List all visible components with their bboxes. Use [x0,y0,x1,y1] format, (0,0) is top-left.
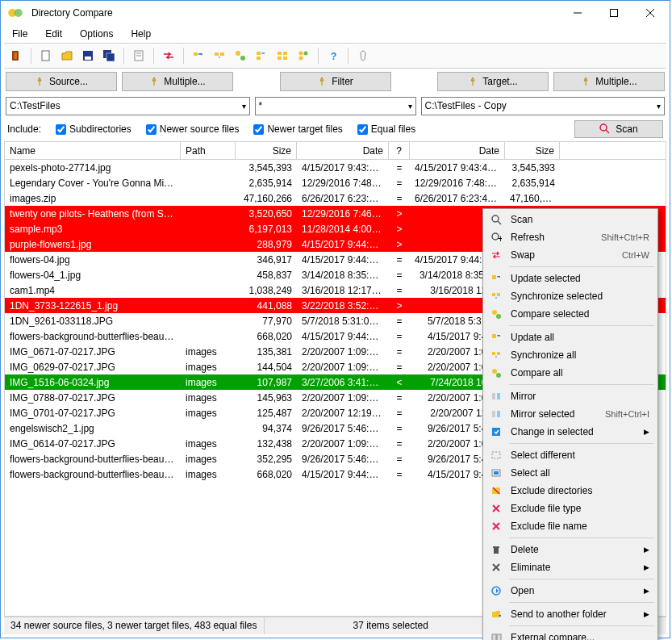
upd-icon [488,329,504,345]
col-path[interactable]: Path [181,142,236,159]
tb-syncall-icon[interactable] [273,47,291,65]
ctx-exclude-file-type[interactable]: Exclude file type [485,500,656,517]
svg-point-19 [304,52,308,56]
source-button[interactable]: Source... [6,72,117,91]
ctx-delete[interactable]: Delete▶ [485,541,656,558]
tb-about-icon[interactable] [354,47,372,65]
menu-edit[interactable]: Edit [37,27,70,41]
subdirectories-checkbox[interactable]: Subdirectories [56,123,131,135]
target-path-combo[interactable]: C:\TestFiles - Copy▾ [421,97,666,115]
tb-new-icon[interactable] [37,47,55,65]
tb-exit-icon[interactable] [7,47,25,65]
ctx-swap[interactable]: SwapCtrl+W [485,246,656,264]
ctx-change-in-selected[interactable]: Change in selected▶ [485,423,656,441]
ctx-send-to-another-folder[interactable]: Send to another folder▶ [485,605,656,623]
ctx-update-selected[interactable]: Update selected [485,270,656,287]
newer-source-checkbox[interactable]: Newer source files [146,123,240,135]
exdir-icon [488,483,504,499]
tb-help-icon[interactable]: ? [324,47,342,65]
ctx-select-different[interactable]: Select different [485,446,656,464]
newer-target-checkbox[interactable]: Newer target files [253,123,342,135]
sync-icon [488,347,504,363]
ctx-mirror[interactable]: Mirror [485,387,656,405]
menu-separator [509,384,654,385]
ctx-label: Update all [511,332,653,343]
target-multiple-button[interactable]: Multiple... [553,72,665,91]
context-menu[interactable]: Scan+RefreshShift+Ctrl+RSwapCtrl+WUpdate… [482,208,658,640]
tb-save-icon[interactable] [79,47,97,65]
tb-updall-icon[interactable] [253,47,270,65]
svg-point-18 [299,52,303,56]
ctx-update-all[interactable]: Update all [485,328,656,346]
maximize-button[interactable] [595,1,632,25]
target-button[interactable]: Target... [437,72,549,91]
col-date2[interactable]: Date [410,142,505,159]
tb-properties-icon[interactable] [130,47,148,65]
ctx-refresh[interactable]: +RefreshShift+Ctrl+R [485,228,656,246]
menu-help[interactable]: Help [123,27,159,41]
mirror-icon [488,388,504,404]
menu-file[interactable]: File [4,27,35,41]
ctx-synchronize-selected[interactable]: Synchronize selected [485,287,656,305]
source-button-label: Source... [49,76,88,87]
menu-options[interactable]: Options [72,27,121,41]
tb-cmpsel-icon[interactable] [232,47,249,65]
tb-open-icon[interactable] [58,47,76,65]
ctx-label: External compare... [511,632,653,640]
svg-rect-28 [492,275,496,279]
col-size[interactable]: Size [236,142,297,159]
scan-label: Scan [616,123,637,135]
ctx-select-all[interactable]: Select all [485,464,656,482]
table-row[interactable]: pexels-photo-27714.jpg3,545,3934/15/2017… [5,160,666,175]
close-button[interactable] [632,1,668,25]
ctx-compare-all[interactable]: Compare all [485,364,656,382]
col-size2[interactable]: Size [505,142,560,159]
minimize-button[interactable] [559,1,595,25]
table-row[interactable]: images.zip47,160,2666/26/2017 6:23:45 ..… [5,190,666,206]
titlebar[interactable]: Directory Compare [1,1,670,25]
tb-cmpall-icon[interactable] [294,47,312,65]
scan-button[interactable]: Scan [574,120,663,138]
table-row[interactable]: Legendary Cover - You're Gonna Miss Me .… [5,175,666,190]
ctx-shortcut: Shift+Ctrl+I [605,409,649,419]
ctx-compare-selected[interactable]: Compare selected [485,305,656,323]
filter-button[interactable]: Filter [280,72,391,91]
svg-rect-33 [492,334,496,338]
tb-swap-icon[interactable] [160,47,177,65]
multiple-button-label: Multiple... [164,76,205,87]
submenu-arrow-icon: ▶ [644,428,649,436]
equal-files-checkbox[interactable]: Equal files [357,123,415,135]
ctx-exclude-file-name[interactable]: Exclude file name [485,517,656,535]
tb-saveall-icon[interactable] [100,47,118,65]
mirror-icon [488,406,504,422]
ctx-eliminate[interactable]: Eliminate▶ [485,558,656,576]
col-date[interactable]: Date [297,142,389,159]
source-path-combo[interactable]: C:\TestFiles▾ [6,97,250,115]
col-cmp[interactable]: ? [389,142,410,159]
ctx-synchronize-all[interactable]: Synchronize all [485,346,656,364]
path-bar: C:\TestFiles▾ *▾ C:\TestFiles - Copy▾ [1,94,670,117]
tb-updsel-icon[interactable] [190,47,207,65]
sync-icon [488,288,504,304]
upd-icon [488,270,504,287]
source-multiple-button[interactable]: Multiple... [122,72,233,91]
chevron-down-icon: ▾ [242,102,246,111]
target-path-value: C:\TestFiles - Copy [425,100,507,111]
svg-rect-42 [492,428,500,436]
ctx-external-compare-[interactable]: External compare... [485,629,656,640]
ctx-label: Scan [511,214,653,225]
cmp-icon [488,365,504,381]
ctx-mirror-selected[interactable]: Mirror selectedShift+Ctrl+I [485,405,656,423]
ctx-scan[interactable]: Scan [485,211,656,228]
filter-combo[interactable]: *▾ [255,97,416,115]
svg-rect-48 [493,546,499,548]
del-icon [488,542,504,558]
ctx-label: Select different [511,450,653,461]
list-header: Name Path Size Date ? Date Size [5,142,666,160]
tb-syncsel-icon[interactable] [211,47,228,65]
ctx-open[interactable]: Open▶ [485,582,656,600]
pin-icon [468,77,478,86]
pin-icon [35,77,44,86]
ctx-exclude-directories[interactable]: Exclude directories [485,482,656,500]
col-name[interactable]: Name [5,142,181,159]
